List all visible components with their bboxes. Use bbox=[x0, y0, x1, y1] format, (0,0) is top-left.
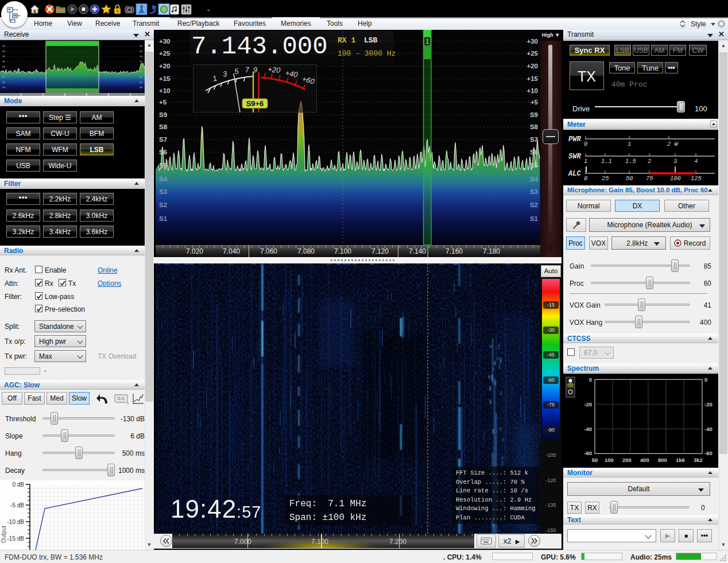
svg-text:3: 3 bbox=[673, 158, 677, 165]
svg-text:+25: +25 bbox=[159, 50, 171, 57]
svg-text:1k6: 1k6 bbox=[676, 457, 685, 463]
svg-text:S8: S8 bbox=[159, 123, 168, 130]
svg-text:+20: +20 bbox=[159, 63, 171, 69]
svg-text:0 dB: 0 dB bbox=[12, 482, 24, 488]
svg-text:4: 4 bbox=[694, 158, 698, 165]
svg-text:S8: S8 bbox=[530, 123, 539, 130]
svg-text:PWR: PWR bbox=[568, 135, 581, 143]
svg-text:0: 0 bbox=[584, 141, 587, 147]
svg-text:1: 1 bbox=[628, 141, 631, 147]
svg-text:+20: +20 bbox=[526, 63, 538, 69]
svg-text:25: 25 bbox=[602, 175, 609, 182]
svg-text:S1: S1 bbox=[159, 215, 168, 222]
svg-text:S3: S3 bbox=[530, 188, 538, 195]
svg-text:1: 1 bbox=[584, 158, 587, 165]
svg-text:-40: -40 bbox=[584, 426, 592, 432]
svg-text:125: 125 bbox=[691, 175, 702, 182]
svg-text:S9: S9 bbox=[159, 111, 167, 118]
svg-text:-60: -60 bbox=[704, 450, 712, 456]
svg-text:S6: S6 bbox=[530, 149, 538, 156]
svg-text:S7: S7 bbox=[159, 136, 167, 143]
svg-text:50: 50 bbox=[626, 175, 633, 182]
svg-text:-15 dB: -15 dB bbox=[7, 535, 25, 542]
svg-text:S6: S6 bbox=[159, 149, 167, 156]
svg-text:Output: Output bbox=[1, 526, 7, 543]
svg-text:S2: S2 bbox=[159, 201, 167, 208]
svg-text:+5: +5 bbox=[530, 99, 539, 106]
svg-text:-5 dB: -5 dB bbox=[10, 502, 24, 508]
svg-text:+30: +30 bbox=[526, 38, 538, 45]
svg-text:3k2: 3k2 bbox=[694, 457, 703, 463]
svg-text:-20: -20 bbox=[584, 401, 592, 407]
svg-text:S7: S7 bbox=[530, 136, 538, 143]
svg-text:+10: +10 bbox=[159, 87, 171, 94]
svg-text:S9: S9 bbox=[530, 111, 538, 118]
svg-text:1.1: 1.1 bbox=[601, 158, 612, 165]
svg-text:S1: S1 bbox=[530, 215, 539, 222]
svg-text:1.5: 1.5 bbox=[625, 158, 637, 165]
svg-text:S4: S4 bbox=[159, 176, 168, 183]
svg-text:+20: +20 bbox=[268, 65, 281, 75]
svg-text:-10 dB: -10 dB bbox=[7, 519, 25, 525]
svg-text:1: 1 bbox=[426, 38, 429, 45]
svg-text:2 W: 2 W bbox=[667, 141, 679, 147]
svg-text:+15: +15 bbox=[526, 75, 538, 82]
svg-text:SWR: SWR bbox=[568, 153, 581, 161]
svg-text:S3: S3 bbox=[159, 188, 167, 195]
svg-text:75: 75 bbox=[646, 175, 653, 182]
svg-text:+30: +30 bbox=[159, 38, 171, 45]
svg-text:ALC: ALC bbox=[568, 170, 581, 178]
svg-text:100: 100 bbox=[670, 175, 681, 182]
svg-text:S2: S2 bbox=[530, 201, 538, 208]
svg-text:-20: -20 bbox=[704, 401, 712, 407]
svg-text:-40: -40 bbox=[704, 426, 712, 432]
svg-text:100: 100 bbox=[605, 457, 614, 463]
svg-text:+15: +15 bbox=[159, 75, 171, 82]
svg-text:S9+6: S9+6 bbox=[246, 99, 264, 108]
svg-text:+25: +25 bbox=[526, 50, 538, 57]
svg-text:S5: S5 bbox=[159, 162, 168, 169]
svg-text:2: 2 bbox=[648, 158, 651, 165]
svg-text:S4: S4 bbox=[530, 176, 539, 183]
svg-text:+10: +10 bbox=[526, 87, 538, 94]
svg-text:400: 400 bbox=[640, 457, 649, 463]
svg-text:-60: -60 bbox=[584, 450, 592, 456]
svg-text:50: 50 bbox=[592, 457, 598, 463]
svg-text:0: 0 bbox=[589, 376, 592, 383]
svg-text:+5: +5 bbox=[159, 99, 167, 106]
svg-text:0: 0 bbox=[704, 376, 707, 383]
svg-text:200: 200 bbox=[622, 457, 632, 463]
svg-text:800: 800 bbox=[658, 457, 667, 463]
svg-text:0: 0 bbox=[584, 175, 587, 182]
svg-text:S5: S5 bbox=[530, 162, 539, 169]
